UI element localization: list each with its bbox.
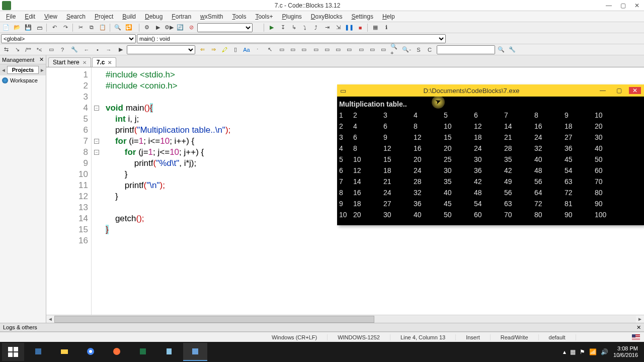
pointer-icon[interactable]: ↖ bbox=[265, 45, 275, 54]
management-close-icon[interactable]: ✕ bbox=[39, 56, 44, 63]
taskbar-explorer[interactable] bbox=[52, 343, 76, 361]
new-file-icon[interactable]: 📄 bbox=[1, 23, 11, 32]
scope-function-select[interactable]: main() : void bbox=[137, 34, 446, 43]
menu-wxsmith[interactable]: wxSmith bbox=[196, 12, 227, 21]
editor-hscroll[interactable]: ◄ ► bbox=[46, 315, 644, 323]
save-all-icon[interactable]: 🗃 bbox=[34, 23, 44, 32]
debug-windows-icon[interactable]: ▦ bbox=[370, 23, 380, 32]
next-instr-icon[interactable]: ⇥ bbox=[322, 23, 332, 32]
logs-close-icon[interactable]: ✕ bbox=[636, 324, 641, 331]
taskbar-codeblocks[interactable] bbox=[183, 343, 207, 361]
menu-tools+[interactable]: Tools+ bbox=[251, 12, 277, 21]
nav-mark-icon[interactable]: • bbox=[93, 45, 103, 54]
close-button[interactable]: ✕ bbox=[630, 0, 644, 11]
btn9-icon[interactable]: ▭ bbox=[367, 45, 377, 54]
start-button[interactable] bbox=[2, 343, 24, 361]
taskbar-firefox[interactable] bbox=[105, 343, 129, 361]
menu-debug[interactable]: Debug bbox=[141, 12, 167, 21]
menu-plugins[interactable]: Plugins bbox=[278, 12, 305, 21]
minimize-button[interactable]: — bbox=[602, 0, 616, 11]
doxy-run-icon[interactable]: ▭ bbox=[46, 45, 56, 54]
next-line-icon[interactable]: ↳ bbox=[289, 23, 299, 32]
btn2-icon[interactable]: ▭ bbox=[288, 45, 298, 54]
undo-icon[interactable]: ↶ bbox=[49, 23, 59, 32]
cut-icon[interactable]: ✂ bbox=[75, 23, 86, 32]
console-titlebar[interactable]: ▭ D:\Documents\CodeBlocks\7.exe — ▢ ✕ bbox=[337, 84, 644, 97]
tray-action-icon[interactable]: ⚑ bbox=[580, 348, 585, 355]
info-icon[interactable]: ℹ bbox=[381, 23, 391, 32]
paste-icon[interactable]: 📋 bbox=[98, 23, 108, 32]
break-icon[interactable]: ❚❚ bbox=[344, 23, 354, 32]
menu-view[interactable]: View bbox=[40, 12, 61, 21]
btn7-icon[interactable]: ▭ bbox=[344, 45, 354, 54]
debug-run-icon[interactable]: ▶ bbox=[267, 23, 277, 32]
fold-gutter[interactable]: − − − bbox=[92, 67, 102, 315]
save-icon[interactable]: 💾 bbox=[23, 23, 33, 32]
clear-icon[interactable]: ⋅ bbox=[253, 45, 263, 54]
comment-line-icon[interactable]: *< bbox=[34, 45, 44, 54]
tab-start-close-icon[interactable]: ✕ bbox=[83, 60, 87, 65]
doxy-help-icon[interactable]: ? bbox=[57, 45, 67, 54]
tab-7c-close-icon[interactable]: ✕ bbox=[108, 60, 112, 65]
projects-tab-next[interactable]: ► bbox=[39, 67, 46, 73]
menu-tools[interactable]: Tools bbox=[228, 12, 250, 21]
taskbar-chrome[interactable] bbox=[78, 343, 103, 361]
bookmark-icon[interactable]: ▶ bbox=[116, 45, 126, 54]
projects-tab[interactable]: Projects bbox=[7, 66, 39, 74]
tab-7c[interactable]: 7.c ✕ bbox=[92, 57, 117, 67]
open-file-icon[interactable]: 📂 bbox=[12, 23, 22, 32]
btn10-icon[interactable]: ▭ bbox=[378, 45, 388, 54]
maximize-button[interactable]: ▢ bbox=[616, 0, 630, 11]
step-into-icon[interactable]: ⤵ bbox=[300, 23, 310, 32]
find-icon[interactable]: 🔍 bbox=[113, 23, 123, 32]
run-to-cursor-icon[interactable]: ↧ bbox=[278, 23, 288, 32]
menu-search[interactable]: Search bbox=[62, 12, 90, 21]
projects-tab-prev[interactable]: ◄ bbox=[0, 67, 7, 73]
comment-block-icon[interactable]: /** bbox=[23, 45, 33, 54]
menu-project[interactable]: Project bbox=[91, 12, 117, 21]
step-out-icon[interactable]: ⤴ bbox=[311, 23, 321, 32]
abort-icon[interactable]: ⊘ bbox=[186, 23, 196, 32]
build-run-icon[interactable]: ⚙▶ bbox=[164, 23, 174, 32]
taskbar-virtualbox[interactable] bbox=[26, 343, 50, 361]
wrench-icon[interactable]: 🔧 bbox=[69, 45, 79, 54]
btn1-icon[interactable]: ▭ bbox=[277, 45, 287, 54]
menu-doxyblocks[interactable]: DoxyBlocks bbox=[307, 12, 347, 21]
build-target-select[interactable] bbox=[197, 23, 253, 32]
console-close-button[interactable]: ✕ bbox=[629, 87, 641, 94]
zoom-in-icon[interactable]: 🔍+ bbox=[390, 45, 400, 54]
letter-s-icon[interactable]: S bbox=[414, 45, 424, 54]
workspace-node[interactable]: Workspace bbox=[2, 77, 44, 83]
tray-volume-icon[interactable]: 🔊 bbox=[601, 348, 608, 355]
settings-icon[interactable]: 🔧 bbox=[507, 45, 517, 54]
menu-fortran[interactable]: Fortran bbox=[168, 12, 195, 21]
tab-start-here[interactable]: Start here ✕ bbox=[48, 57, 91, 67]
copy-icon[interactable]: ⧉ bbox=[87, 23, 97, 32]
stop-debug-icon[interactable]: ■ bbox=[355, 23, 365, 32]
letter-c-icon[interactable]: C bbox=[425, 45, 435, 54]
tray-network-icon[interactable]: 📶 bbox=[589, 348, 597, 355]
select-icon[interactable]: ▯ bbox=[230, 45, 240, 54]
locale-flag-icon[interactable] bbox=[632, 334, 640, 340]
replace-icon[interactable]: 🔁 bbox=[124, 23, 134, 32]
console-maximize-button[interactable]: ▢ bbox=[613, 87, 625, 94]
search-go-icon[interactable]: 🔍 bbox=[496, 45, 506, 54]
btn4-icon[interactable]: ▭ bbox=[311, 45, 321, 54]
search-input[interactable] bbox=[437, 45, 495, 54]
console-window[interactable]: ▭ D:\Documents\CodeBlocks\7.exe — ▢ ✕ Mu… bbox=[337, 84, 644, 225]
tray-vbox-icon[interactable]: ▦ bbox=[570, 348, 576, 355]
taskbar-notepad[interactable] bbox=[157, 343, 181, 361]
console-minimize-button[interactable]: — bbox=[597, 87, 609, 94]
tray-up-icon[interactable]: ▴ bbox=[563, 348, 566, 355]
scope-global-select[interactable]: <global> bbox=[1, 34, 136, 43]
menu-edit[interactable]: Edit bbox=[21, 12, 39, 21]
toggle-source-icon[interactable]: ⇆ bbox=[1, 45, 11, 54]
text-icon[interactable]: Aa bbox=[242, 45, 252, 54]
btn6-icon[interactable]: ▭ bbox=[333, 45, 343, 54]
system-tray[interactable]: ▴ ▦ ⚑ 📶 🔊 3:08 PM 10/6/2016 bbox=[563, 345, 642, 358]
symbol-select[interactable] bbox=[127, 45, 195, 54]
taskbar-excel[interactable] bbox=[131, 343, 155, 361]
nav-fwd-icon[interactable]: → bbox=[104, 45, 114, 54]
run-icon[interactable]: ▶ bbox=[153, 23, 163, 32]
rebuild-icon[interactable]: 🔄 bbox=[175, 23, 185, 32]
